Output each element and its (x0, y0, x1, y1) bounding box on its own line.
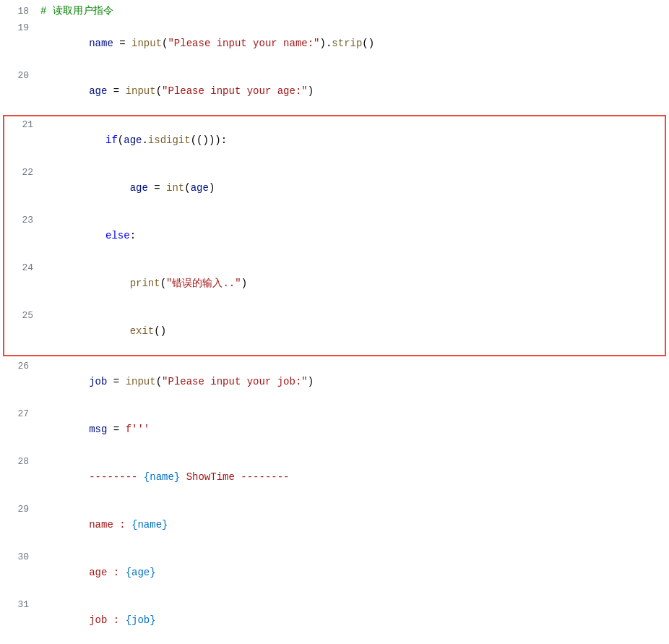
line-number-26: 26 (6, 359, 29, 374)
line-number-23: 23 (10, 212, 33, 228)
line-number-31: 31 (6, 597, 29, 613)
highlighted-code-block: 21 if(age.isdigit(())): 22 age = int(age… (3, 115, 666, 356)
code-line-31: 31 job : {job} (0, 596, 669, 644)
code-line-28: 28 -------- {name} ShowTime -------- (0, 453, 669, 501)
line-number-22: 22 (10, 165, 33, 181)
code-editor: 18 # 读取用户指令 19 name = input("Please inpu… (0, 0, 669, 644)
line-content-19: name = input("Please input your name:").… (40, 20, 663, 67)
code-line-25: 25 exit() (4, 307, 665, 355)
line-content-22: age = int(age) (45, 164, 659, 212)
line-number-19: 19 (6, 20, 29, 36)
code-line-27: 27 msg = f''' (0, 405, 669, 453)
line-content-21: if(age.isdigit(())): (45, 116, 659, 164)
line-content-18: # 读取用户指令 (40, 3, 663, 19)
line-number-30: 30 (6, 549, 29, 565)
line-number-18: 18 (6, 4, 29, 20)
line-content-25: exit() (45, 307, 659, 355)
line-number-28: 28 (6, 454, 29, 470)
line-content-29: name : {name} (40, 501, 663, 549)
code-line-18: 18 # 读取用户指令 (0, 3, 669, 20)
code-line-23: 23 else: (4, 212, 665, 259)
line-content-31: job : {job} (40, 596, 663, 644)
code-line-24: 24 print("错误的输入..") (4, 259, 665, 307)
line-number-27: 27 (6, 406, 29, 422)
code-lines: 18 # 读取用户指令 19 name = input("Please inpu… (0, 0, 669, 644)
line-content-24: print("错误的输入..") (45, 259, 659, 307)
line-content-27: msg = f''' (40, 405, 663, 453)
code-line-30: 30 age : {age} (0, 549, 669, 596)
code-line-29: 29 name : {name} (0, 501, 669, 549)
line-number-20: 20 (6, 68, 29, 84)
code-line-22: 22 age = int(age) (4, 164, 665, 212)
code-line-19: 19 name = input("Please input your name:… (0, 20, 669, 67)
line-content-26: job = input("Please input your job:") (40, 358, 663, 405)
line-number-24: 24 (10, 260, 33, 276)
line-number-21: 21 (10, 117, 33, 133)
line-content-20: age = input("Please input your age:") (40, 67, 663, 115)
line-content-28: -------- {name} ShowTime -------- (40, 453, 663, 501)
line-number-29: 29 (6, 502, 29, 518)
code-line-21: 21 if(age.isdigit(())): (4, 116, 665, 164)
line-content-30: age : {age} (40, 549, 663, 596)
code-line-26: 26 job = input("Please input your job:") (0, 358, 669, 405)
line-content-23: else: (45, 212, 659, 259)
code-line-20: 20 age = input("Please input your age:") (0, 67, 669, 115)
line-number-25: 25 (10, 308, 33, 324)
